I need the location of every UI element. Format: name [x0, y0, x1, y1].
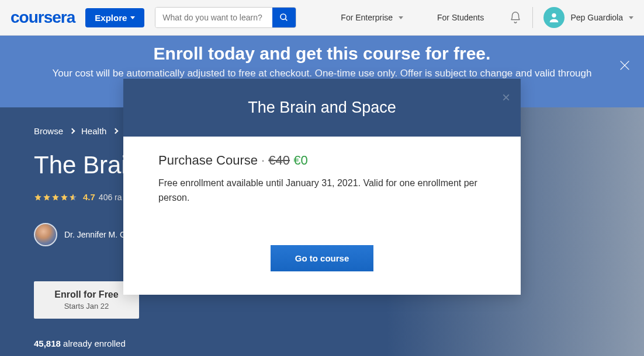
close-icon[interactable]: × — [502, 89, 510, 106]
price-original: €40 — [268, 153, 290, 167]
modal-body: Purchase Course · €40 €0 Free enrollment… — [123, 137, 521, 295]
modal-overlay: The Brain and Space × Purchase Course · … — [0, 0, 644, 356]
purchase-modal: The Brain and Space × Purchase Course · … — [123, 79, 521, 295]
go-to-course-button[interactable]: Go to course — [271, 245, 374, 271]
offer-text: Free enrollment available until January … — [158, 176, 486, 205]
price-line: Purchase Course · €40 €0 — [158, 153, 486, 168]
price-discounted: €0 — [293, 153, 307, 167]
modal-title: The Brain and Space — [135, 99, 509, 117]
modal-header: The Brain and Space × — [123, 79, 521, 137]
purchase-label: Purchase Course — [158, 153, 258, 167]
